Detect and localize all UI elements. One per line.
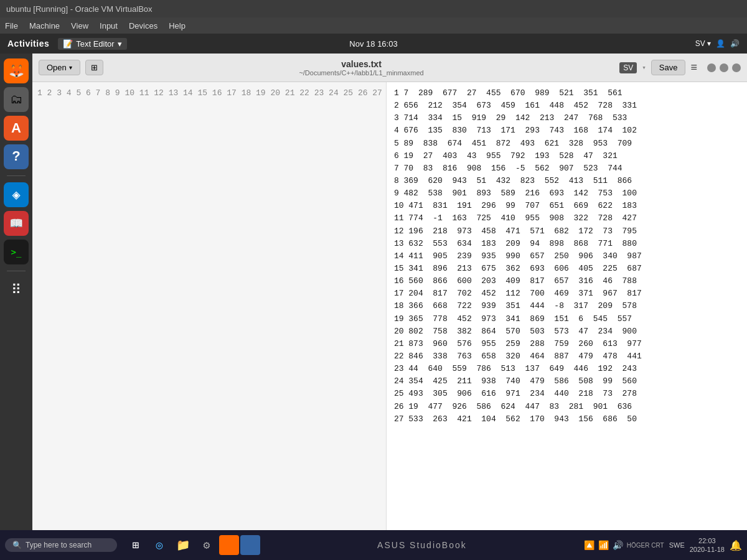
maximize-button[interactable] bbox=[720, 63, 728, 72]
dock-firefox[interactable]: 🦊 bbox=[4, 58, 29, 83]
user-icon: 👤 bbox=[716, 39, 725, 48]
search-placeholder: Type here to search bbox=[26, 541, 92, 549]
menu-machine[interactable]: Machine bbox=[29, 21, 60, 30]
save-button[interactable]: Save bbox=[651, 60, 686, 75]
window-controls bbox=[707, 63, 741, 72]
search-icon: 🔍 bbox=[12, 541, 22, 549]
taskbar-icon-blue[interactable] bbox=[240, 535, 260, 555]
language-indicator[interactable]: SWE bbox=[669, 541, 685, 549]
dock-terminal[interactable]: >_ bbox=[4, 240, 29, 264]
open-button[interactable]: Open ▾ bbox=[39, 60, 80, 75]
topbar-left: Activities 📝 Text Editor ▾ bbox=[7, 38, 127, 50]
line-numbers: 1 2 3 4 5 6 7 8 9 10 11 12 13 14 15 16 1… bbox=[32, 82, 387, 543]
notification-icon[interactable]: 🔔 bbox=[730, 539, 742, 551]
taskbar-icon-settings[interactable]: ⚙ bbox=[195, 534, 218, 556]
language-label: SWE bbox=[669, 541, 685, 549]
chevron-down-icon: ▾ bbox=[118, 39, 122, 49]
topbar-right: SV ▾ 👤 🔊 bbox=[695, 39, 740, 48]
vbox-title: ubuntu [Running] - Oracle VM VirtualBox bbox=[6, 4, 153, 14]
clock-time: 22:03 bbox=[690, 536, 725, 545]
gedit-filepath: ~/Documents/C++/labb1/L1_minmaxmed bbox=[108, 69, 614, 77]
text-editor-menu[interactable]: 📝 Text Editor ▾ bbox=[58, 38, 126, 50]
vbox-menubar: File Machine View Input Devices Help bbox=[0, 17, 747, 34]
asus-label: ASUS StudioBook bbox=[377, 540, 467, 550]
dock-apps[interactable]: ⠿ bbox=[4, 278, 29, 302]
taskbar-icon-explorer[interactable]: 📁 bbox=[172, 534, 194, 556]
menu-view[interactable]: View bbox=[71, 21, 88, 30]
taskbar-search[interactable]: 🔍 Type here to search bbox=[5, 538, 117, 552]
dock-reader[interactable]: 📖 bbox=[4, 211, 29, 236]
taskbar-center: ASUS StudioBook bbox=[263, 540, 581, 550]
dropdown-arrow-sv: ▾ bbox=[642, 63, 646, 72]
ubuntu-topbar: Activities 📝 Text Editor ▾ Nov 18 16:03 … bbox=[0, 34, 747, 54]
system-tray-icons: 🔼 📶 🔊 HÖGER CRT bbox=[584, 540, 664, 550]
dock-help[interactable]: ? bbox=[4, 144, 29, 169]
activities-button[interactable]: Activities bbox=[7, 39, 49, 49]
menu-input[interactable]: Input bbox=[100, 21, 118, 30]
speaker-icon: 🔊 bbox=[613, 540, 623, 550]
wifi-icon: 📶 bbox=[598, 540, 609, 550]
close-button[interactable] bbox=[732, 63, 741, 72]
ubuntu-dock: 🦊 🗂 A ? ◈ 📖 >_ ⠿ bbox=[0, 54, 32, 560]
sv-language[interactable]: SV ▾ bbox=[695, 39, 711, 48]
new-tab-button[interactable]: ⊞ bbox=[85, 60, 103, 75]
menu-file[interactable]: File bbox=[5, 21, 18, 30]
gedit-headerbar-right: SV ▾ Save ≡ bbox=[619, 60, 741, 75]
dock-vscode[interactable]: ◈ bbox=[4, 182, 29, 207]
open-label: Open bbox=[47, 63, 67, 72]
gedit-file-info: values.txt ~/Documents/C++/labb1/L1_minm… bbox=[108, 59, 614, 77]
dock-files[interactable]: 🗂 bbox=[4, 87, 29, 112]
taskbar-icon-edge[interactable]: ◎ bbox=[148, 534, 171, 556]
taskbar-right: 🔼 📶 🔊 HÖGER CRT SWE 22:03 2020-11-18 🔔 bbox=[584, 536, 742, 554]
topbar-datetime: Nov 18 16:03 bbox=[349, 39, 397, 49]
clock-date: 2020-11-18 bbox=[690, 545, 725, 554]
windows-taskbar: 🔍 Type here to search ⊞ ◎ 📁 ⚙ ASUS Studi… bbox=[0, 530, 747, 560]
dock-separator-2 bbox=[7, 271, 26, 271]
taskbar-icon-windows[interactable]: ⊞ bbox=[125, 534, 147, 556]
text-editor-label: Text Editor bbox=[76, 39, 114, 49]
menu-help[interactable]: Help bbox=[169, 21, 186, 30]
hoger-crt-label: HÖGER CRT bbox=[627, 542, 664, 549]
taskbar-pinned-icons: ⊞ ◎ 📁 ⚙ bbox=[125, 534, 260, 556]
notebook-icon: 📝 bbox=[63, 39, 73, 49]
gedit-window: Open ▾ ⊞ values.txt ~/Documents/C++/labb… bbox=[32, 54, 747, 560]
minimize-button[interactable] bbox=[707, 63, 716, 72]
gedit-headerbar: Open ▾ ⊞ values.txt ~/Documents/C++/labb… bbox=[32, 54, 747, 82]
gedit-hamburger-menu[interactable]: ≡ bbox=[690, 61, 697, 74]
taskbar-icon-orange[interactable] bbox=[219, 535, 239, 555]
volume-icon: 🔊 bbox=[730, 39, 740, 48]
sv-indicator[interactable]: SV bbox=[619, 62, 637, 73]
gedit-content-area: 1 2 3 4 5 6 7 8 9 10 11 12 13 14 15 16 1… bbox=[32, 82, 747, 543]
ubuntu-content: 🦊 🗂 A ? ◈ 📖 >_ ⠿ Open ▾ ⊞ values.txt bbox=[0, 54, 747, 560]
ubuntu-vm: Activities 📝 Text Editor ▾ Nov 18 16:03 … bbox=[0, 34, 747, 560]
text-editor-body[interactable]: 1 7 289 677 27 455 670 989 521 351 561 2… bbox=[387, 82, 747, 543]
gedit-filename: values.txt bbox=[108, 59, 614, 69]
menu-devices[interactable]: Devices bbox=[129, 21, 157, 30]
vbox-titlebar: ubuntu [Running] - Oracle VM VirtualBox bbox=[0, 0, 747, 17]
tray-icon-1: 🔼 bbox=[584, 540, 594, 550]
taskbar-clock: 22:03 2020-11-18 bbox=[690, 536, 725, 554]
dock-software[interactable]: A bbox=[4, 116, 29, 141]
dock-separator bbox=[7, 175, 26, 176]
open-dropdown-arrow: ▾ bbox=[69, 64, 72, 71]
